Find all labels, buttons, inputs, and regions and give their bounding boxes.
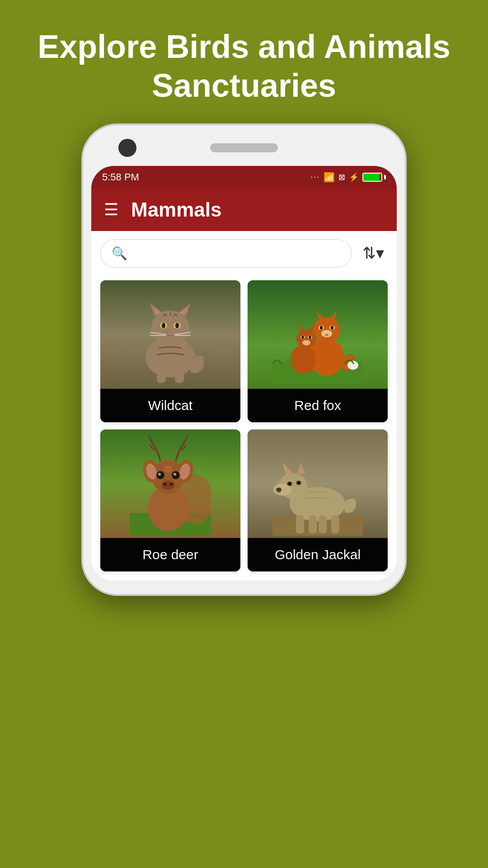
svg-point-25 — [331, 326, 333, 330]
svg-point-29 — [291, 345, 316, 374]
search-icon: 🔍 — [112, 246, 127, 261]
redfox-name: Red fox — [248, 389, 388, 422]
hamburger-icon[interactable]: ☰ — [104, 200, 118, 219]
svg-rect-59 — [319, 515, 327, 533]
redfox-svg — [272, 285, 363, 384]
sim-icon: ⊠ — [338, 172, 345, 182]
svg-point-71 — [297, 481, 300, 484]
svg-point-50 — [174, 473, 176, 476]
svg-marker-21 — [329, 310, 338, 321]
svg-point-24 — [320, 326, 323, 330]
svg-marker-31 — [298, 323, 305, 333]
svg-point-10 — [168, 332, 173, 335]
svg-rect-57 — [296, 515, 304, 533]
roedeer-name: Roe deer — [100, 538, 240, 571]
svg-point-8 — [162, 323, 165, 328]
svg-point-53 — [169, 483, 173, 486]
svg-rect-15 — [157, 373, 166, 383]
svg-point-52 — [163, 483, 167, 486]
svg-rect-60 — [331, 515, 339, 533]
wildcat-svg — [134, 285, 206, 384]
jackal-svg — [272, 432, 363, 536]
phone-screen: 5:58 PM ··· 📶 ⊠ ⚡ ☰ Mammals 🔍 — [91, 166, 397, 580]
jackal-image — [248, 429, 388, 538]
svg-point-27 — [325, 334, 328, 336]
svg-point-37 — [302, 340, 310, 345]
svg-point-49 — [158, 473, 161, 476]
phone-camera — [118, 139, 136, 157]
charge-icon: ⚡ — [349, 172, 359, 182]
svg-rect-16 — [175, 373, 184, 383]
search-input-wrapper[interactable]: 🔍 — [100, 239, 352, 268]
svg-point-54 — [164, 465, 173, 472]
svg-point-9 — [175, 323, 179, 328]
phone-speaker — [210, 143, 278, 152]
svg-point-70 — [288, 482, 291, 485]
wildcat-image — [100, 280, 240, 389]
animal-card-redfox[interactable]: Red fox — [248, 280, 388, 422]
svg-point-51 — [161, 481, 175, 490]
status-time: 5:58 PM — [102, 171, 139, 183]
wildcat-name: Wildcat — [100, 389, 240, 422]
wifi-icon: 📶 — [324, 172, 335, 183]
status-icons: ··· 📶 ⊠ ⚡ — [310, 172, 386, 183]
page-header: Explore Birds and Animals Sanctuaries — [0, 0, 488, 123]
roedeer-svg — [130, 432, 211, 536]
roedeer-image — [100, 429, 240, 538]
animal-card-roedeer[interactable]: Roe deer — [100, 429, 240, 571]
svg-marker-20 — [316, 310, 324, 321]
svg-point-1 — [151, 311, 189, 345]
svg-rect-58 — [309, 515, 317, 533]
phone-top — [91, 139, 397, 166]
search-bar-container: 🔍 ⇅▾ — [91, 231, 397, 276]
animal-card-jackal[interactable]: Golden Jackal — [248, 429, 388, 571]
app-title: Mammals — [131, 198, 222, 221]
battery-icon — [362, 173, 386, 182]
animal-card-wildcat[interactable]: Wildcat — [100, 280, 240, 422]
status-bar: 5:58 PM ··· 📶 ⊠ ⚡ — [91, 166, 397, 189]
jackal-name: Golden Jackal — [248, 538, 388, 571]
animal-grid: Wildcat — [91, 276, 397, 580]
svg-point-36 — [309, 335, 311, 339]
more-icon: ··· — [310, 172, 320, 182]
sort-icon[interactable]: ⇅▾ — [359, 240, 388, 266]
phone-frame: 5:58 PM ··· 📶 ⊠ ⚡ ☰ Mammals 🔍 — [81, 123, 407, 596]
redfox-image — [248, 280, 388, 389]
app-bar: ☰ Mammals — [91, 189, 397, 231]
svg-point-72 — [276, 487, 282, 491]
svg-point-35 — [302, 335, 304, 339]
search-input[interactable] — [133, 246, 340, 260]
svg-point-26 — [321, 330, 332, 337]
